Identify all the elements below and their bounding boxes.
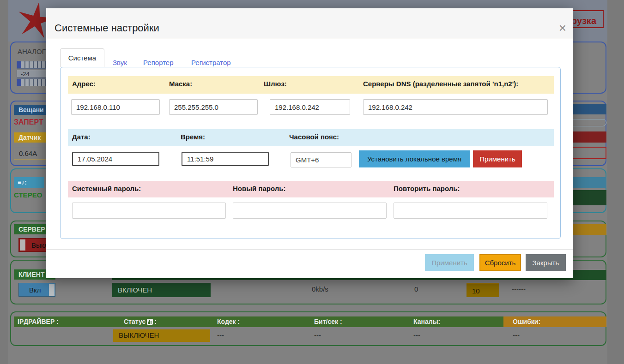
client-status-badge: ВКЛЮЧЕН [112, 283, 211, 297]
tab-zvuk[interactable]: Звук [113, 54, 127, 66]
system-settings-modal: Системные настройки × Система Звук Репор… [46, 8, 573, 278]
mask-input[interactable] [169, 99, 258, 115]
ipdriver-errors-value: --- [513, 331, 520, 339]
status-header-colon: : [154, 318, 157, 325]
new-password-label: Новый пароль: [233, 185, 286, 192]
mask-label: Маска: [169, 80, 192, 88]
ipdriver-bitrate-value: --- [314, 331, 321, 339]
client-dashes: ------ [512, 285, 526, 293]
ipdriver-errors-header: Ошибки: [513, 318, 540, 325]
analog-title: АНАЛОГ [18, 48, 46, 55]
timezone-label: Часовой пояс: [289, 133, 339, 141]
toggle-handle [20, 239, 25, 251]
status-header-text: Статус [124, 318, 145, 325]
ipdriver-title: IPДРАЙВЕР : [18, 318, 59, 325]
footer-apply-button[interactable]: Применить [425, 254, 474, 271]
settings-fieldset: Адрес: Маска: Шлюз: Серверы DNS (разделе… [60, 67, 561, 239]
repeat-password-label: Повторить пароль: [394, 185, 460, 192]
time-label: Время: [181, 133, 205, 141]
ipdriver-status-header: Статус: [124, 318, 157, 325]
modal-title: Системные настройки [55, 22, 159, 34]
ipdriver-bitrate-header: Бит/сек : [314, 318, 342, 325]
client-toggle[interactable]: Вкл [18, 283, 55, 297]
tab-sistema[interactable]: Система [60, 48, 104, 67]
footer-divider [46, 249, 573, 250]
dns-input[interactable] [363, 99, 548, 115]
gateway-input[interactable] [270, 99, 350, 115]
ipdriver-status-badge: ВЫКЛЮЧЕН [113, 329, 210, 342]
music-note-icon: ≡♪: [14, 177, 44, 188]
dns-label: Серверы DNS (разделенные запятой 'n1,n2'… [363, 80, 518, 88]
current-value-box: 0.64А [14, 147, 49, 160]
date-label: Дата: [72, 133, 91, 141]
client-count: 0 [414, 285, 418, 293]
ipdriver-codec-value: --- [217, 331, 224, 339]
toggle-handle [49, 284, 55, 296]
close-icon[interactable]: × [554, 20, 571, 36]
client-toggle-label: Вкл [29, 286, 41, 294]
audio-mode: СТЕРЕО [14, 191, 42, 199]
time-input[interactable] [182, 152, 269, 166]
date-input[interactable] [72, 152, 159, 166]
apply-time-button[interactable]: Применить [473, 150, 522, 167]
timezone-input[interactable] [291, 152, 351, 167]
address-label: Адрес: [72, 80, 96, 88]
gateway-label: Шлюз: [264, 80, 287, 88]
address-input[interactable] [71, 99, 160, 115]
set-local-time-button[interactable]: Установить локальное время [359, 150, 470, 167]
ipdriver-channels-value: --- [413, 331, 420, 339]
footer-close-button[interactable]: Закрыть [526, 254, 566, 271]
repeat-password-input[interactable] [394, 203, 547, 219]
server-toggle-label: Выкл [31, 241, 48, 249]
lock-status: ЗАПЕРТ [14, 118, 43, 126]
current-password-input[interactable] [72, 203, 226, 219]
tab-reporter[interactable]: Репортер [143, 54, 174, 66]
ipdriver-codec-header: Кодек : [217, 318, 240, 325]
new-password-input[interactable] [233, 203, 387, 219]
tab-registrator[interactable]: Регистратор [191, 54, 231, 66]
footer-reset-button[interactable]: Сбросить [479, 254, 521, 271]
app-root: грузка АНАЛОГ -24 -12 Вещани ЗАПЕРТ Датч… [0, 0, 624, 364]
ipdriver-channels-header: Каналы: [413, 318, 440, 325]
client-bitrate: 0kb/s [312, 285, 328, 293]
chart-icon [147, 319, 153, 325]
current-password-label: Системный пароль: [72, 185, 141, 192]
client-limit-cell: 10 [466, 283, 499, 297]
scale-tick: -24 [21, 71, 30, 78]
